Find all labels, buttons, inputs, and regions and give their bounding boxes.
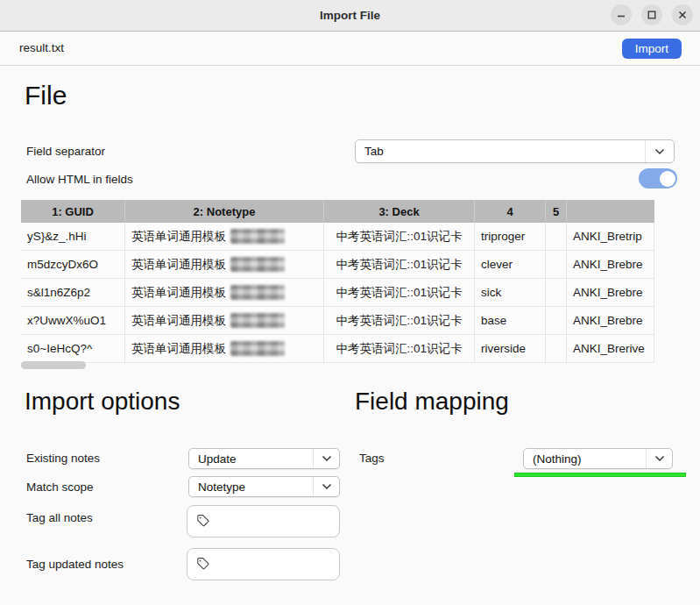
tag-updated-notes-input[interactable] <box>187 548 340 580</box>
toolbar: result.txt Import <box>0 32 700 66</box>
table-cell: ANKI_Bretrip <box>567 223 654 250</box>
import-file-dialog: Import File result.txt Import File Field… <box>0 0 700 605</box>
filename-label: result.txt <box>19 41 64 54</box>
chevron-down-icon <box>313 477 339 496</box>
table-cell: s&l1n6Z6p2 <box>21 279 125 306</box>
table-cell: 英语单词通用模板 <box>125 335 324 362</box>
table-cell: 英语单词通用模板 <box>125 279 324 306</box>
window-title: Import File <box>0 0 700 31</box>
table-cell: ANKI_Brerive <box>567 335 654 362</box>
table-row[interactable]: x?UwwX%uO1英语单词通用模板中考英语词汇::01识记卡baseANKI_… <box>21 307 654 335</box>
table-cell: x?UwwX%uO1 <box>21 307 125 334</box>
censored-blur-patch <box>230 313 285 328</box>
close-button[interactable] <box>672 4 693 25</box>
table-cell: ANKI_Brebre <box>567 279 654 306</box>
table-cell: 中考英语词汇::01识记卡 <box>324 223 475 250</box>
allow-html-toggle[interactable] <box>639 168 677 189</box>
existing-notes-value: Update <box>189 449 313 468</box>
column-header[interactable]: 1: GUID <box>21 200 125 223</box>
column-header[interactable]: 5 <box>546 200 567 223</box>
allow-html-label: Allow HTML in fields <box>26 173 133 186</box>
table-cell: ANKI_Brebre <box>567 251 654 278</box>
toggle-knob <box>660 171 675 187</box>
tag-all-notes-label: Tag all notes <box>26 511 93 524</box>
tags-label: Tags <box>359 452 385 465</box>
table-cell <box>546 251 567 278</box>
table-row[interactable]: m5dzcyDx6O英语单词通用模板中考英语词汇::01识记卡cleverANK… <box>21 251 654 279</box>
table-cell: 英语单词通用模板 <box>125 251 324 278</box>
field-separator-label: Field separator <box>26 145 105 158</box>
preview-table: 1: GUID2: Notetype3: Deck45 yS}&z_.hHi英语… <box>21 200 654 363</box>
tag-all-notes-input[interactable] <box>187 505 340 537</box>
table-cell: triproger <box>475 223 546 250</box>
censored-blur-patch <box>230 341 285 356</box>
table-row[interactable]: yS}&z_.hHi英语单词通用模板中考英语词汇::01识记卡triproger… <box>21 223 654 251</box>
column-header[interactable]: 2: Notetype <box>125 200 324 223</box>
table-cell: ANKI_Brebre <box>567 307 654 334</box>
maximize-icon <box>647 10 657 20</box>
tag-updated-notes-label: Tag updated notes <box>26 558 124 571</box>
tags-value: (Nothing) <box>524 449 646 468</box>
censored-blur-patch <box>230 257 285 272</box>
table-cell: m5dzcyDx6O <box>21 251 125 278</box>
table-cell <box>546 223 567 250</box>
column-header[interactable]: 3: Deck <box>324 200 475 223</box>
tag-icon <box>196 514 209 527</box>
table-cell: 中考英语词汇::01识记卡 <box>324 307 475 334</box>
table-cell: 英语单词通用模板 <box>125 223 324 250</box>
table-cell: 中考英语词汇::01识记卡 <box>324 251 475 278</box>
censored-blur-patch <box>230 285 285 300</box>
minimize-icon <box>616 10 626 20</box>
tag-icon <box>196 557 209 570</box>
table-row[interactable]: s&l1n6Z6p2英语单词通用模板中考英语词汇::01识记卡sickANKI_… <box>21 279 654 307</box>
chevron-down-icon <box>313 449 339 468</box>
table-cell <box>546 279 567 306</box>
tags-select[interactable]: (Nothing) <box>523 448 673 469</box>
file-heading: File <box>25 81 67 110</box>
chevron-down-icon <box>646 449 672 468</box>
table-body: yS}&z_.hHi英语单词通用模板中考英语词汇::01识记卡triproger… <box>21 223 654 363</box>
table-cell: sick <box>475 279 546 306</box>
table-cell: riverside <box>475 335 546 362</box>
column-header[interactable]: 4 <box>475 200 546 223</box>
titlebar: Import File <box>0 0 700 32</box>
field-mapping-heading: Field mapping <box>355 388 509 416</box>
close-icon <box>677 10 688 20</box>
existing-notes-select[interactable]: Update <box>188 448 340 469</box>
match-scope-select[interactable]: Notetype <box>188 476 340 497</box>
table-cell: clever <box>475 251 546 278</box>
minimize-button[interactable] <box>611 4 632 25</box>
window-controls <box>611 4 693 25</box>
table-cell <box>546 307 567 334</box>
column-header[interactable] <box>567 200 654 223</box>
table-row[interactable]: s0~IeHcQ?^英语单词通用模板中考英语词汇::01识记卡riverside… <box>21 335 654 363</box>
censored-blur-patch <box>230 229 285 244</box>
import-button[interactable]: Import <box>622 39 682 59</box>
drop-indicator-line <box>514 473 686 477</box>
table-cell: base <box>475 307 546 334</box>
field-separator-value: Tab <box>356 140 645 162</box>
table-cell: yS}&z_.hHi <box>21 223 125 250</box>
table-cell: 中考英语词汇::01识记卡 <box>324 279 475 306</box>
match-scope-label: Match scope <box>26 480 94 494</box>
existing-notes-label: Existing notes <box>26 452 100 465</box>
table-cell <box>546 335 567 362</box>
match-scope-value: Notetype <box>189 477 313 496</box>
chevron-down-icon <box>645 140 674 162</box>
table-cell: 中考英语词汇::01识记卡 <box>324 335 475 362</box>
table-header: 1: GUID2: Notetype3: Deck45 <box>21 200 654 223</box>
horizontal-scrollbar-thumb[interactable] <box>21 361 86 369</box>
table-cell: 英语单词通用模板 <box>125 307 324 334</box>
maximize-button[interactable] <box>641 4 662 25</box>
field-separator-select[interactable]: Tab <box>355 139 675 163</box>
table-cell: s0~IeHcQ?^ <box>21 335 125 362</box>
import-options-heading: Import options <box>25 388 180 416</box>
